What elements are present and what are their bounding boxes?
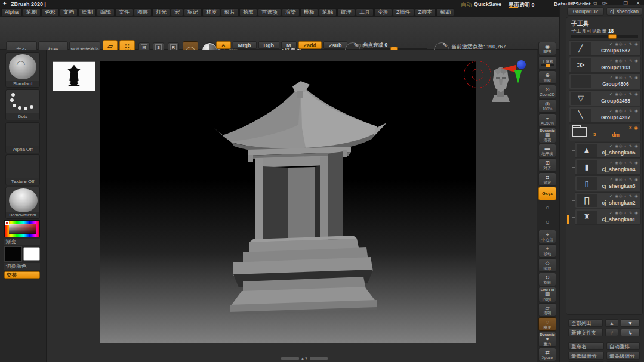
shelf-button[interactable]: ◎ 100% [538, 99, 556, 113]
menu-item[interactable]: 标记 [184, 8, 202, 16]
document-viewport[interactable] [100, 61, 476, 343]
list-all-button[interactable]: 全部列出 [568, 319, 603, 327]
shelf-button[interactable]: ⌖ 中心点 [538, 230, 556, 243]
tool-history-button[interactable]: Group9132 [567, 7, 604, 16]
subtool-scroll-indicator[interactable] [567, 215, 569, 224]
paint-mode-button[interactable]: Zsub [323, 41, 347, 49]
visible-count-slider[interactable]: 子工具可见数量 18 [571, 28, 614, 35]
gradient-toggle[interactable]: 渐变 [4, 239, 40, 245]
new-folder-button[interactable]: 新建文件夹 [568, 329, 603, 336]
paint-icon: ✎ [629, 92, 633, 96]
shelf-button[interactable]: Gxyz [538, 187, 556, 200]
menu-item[interactable]: Z脚本 [415, 8, 436, 16]
shelf-button[interactable]: + 移动 [538, 244, 556, 258]
menu-item[interactable]: 影片 [221, 8, 239, 16]
move-down-button[interactable]: ▼ [621, 319, 640, 327]
shelf-button[interactable]: Dynamic ● 重力 [538, 332, 556, 347]
quicksave-button[interactable]: QuickSave [474, 1, 501, 7]
menu-item[interactable]: 笔刷 [23, 8, 41, 16]
shelf-button[interactable]: ↻ 旋转 [538, 273, 556, 286]
menu-item[interactable]: 文档 [60, 8, 78, 16]
active-tool-thumbnail[interactable] [53, 61, 95, 91]
color-picker[interactable] [4, 220, 40, 237]
shelf-icon: ⊙ [539, 87, 556, 92]
subtool-item[interactable]: ✓ ◉◎ ◐ ✎ ◉ ✳ ◉ Group4806 [569, 73, 641, 89]
menu-item[interactable]: 绘制 [78, 8, 96, 16]
subtool-item[interactable]: ▲ ✓ ◉◎ ◐ ✎ ◉ ✳ ◉ cj_shengkan5 [575, 142, 641, 158]
shelf-button[interactable]: ⊞ 对齐 [538, 158, 556, 172]
current-alpha-selector[interactable]: Alpha Off [5, 122, 40, 153]
shelf-button[interactable]: ○ [538, 215, 556, 229]
menu-item[interactable]: 材质 [202, 8, 220, 16]
menu-item[interactable]: 变换 [374, 8, 392, 16]
subtool-thumbnail: ▯ [577, 177, 597, 190]
secondary-color-swatch[interactable] [23, 247, 40, 261]
current-stroke-selector[interactable]: Dots [5, 89, 40, 120]
menu-item[interactable]: 拾取 [239, 8, 257, 16]
menu-item[interactable]: 宏 [171, 8, 183, 16]
shelf-button[interactable]: ◒ AC50% [538, 113, 556, 127]
subtool-header[interactable]: 子工具 [571, 20, 589, 28]
shelf-button[interactable]: ◌ 幽灵 [538, 317, 556, 331]
right-shelf: ◉ BPR 子像素 ⊕ 抓取 ⊙ Zoom2D ◎ 1 [538, 42, 558, 362]
subtool-item[interactable]: ╲ ✓ ◉◎ ◐ ✎ ◉ ✳ ◉ Group14287 [569, 107, 641, 123]
menu-item[interactable]: 纹理 [337, 8, 355, 16]
shelf-button[interactable]: Line Fill ▦ PolyF [538, 287, 556, 302]
paint-mode-button[interactable]: Rgb [258, 41, 280, 49]
subtool-item[interactable]: ≫ ✓ ◉◎ ◐ ✎ ◉ ✳ ◉ Group21103 [569, 57, 641, 73]
menu-item[interactable]: 模板 [300, 8, 318, 16]
menu-item[interactable]: 帮助 [436, 8, 454, 16]
shelf-button[interactable]: ○ [538, 201, 556, 215]
shelf-button[interactable]: ⊙ Zoom2D [538, 85, 556, 98]
menu-item[interactable]: 工具 [356, 8, 374, 16]
shelf-button[interactable]: ▬ 地平线 [538, 144, 556, 157]
shelf-button[interactable]: ▱ 透明 [538, 303, 556, 317]
subtool-item[interactable]: 5 ✓ ◉◎ ◐ ✎ ◉ ✳ ◉ dm [569, 123, 641, 141]
menu-item[interactable]: 色彩 [41, 8, 59, 16]
saturation-value-square[interactable] [9, 224, 36, 234]
move-out-folder-button[interactable]: ↱ [605, 329, 618, 336]
subtool-item[interactable]: ∏ ✓ ◉◎ ◐ ✎ ◉ ✳ ◉ cj_shengkan2 [575, 192, 641, 208]
menu-item[interactable]: 图层 [134, 8, 152, 16]
menu-item[interactable]: 笔触 [319, 8, 337, 16]
shelf-button[interactable]: ⊕ 抓取 [538, 70, 556, 84]
shrine-3d-model[interactable] [100, 61, 476, 343]
eye-icon: ◉ [634, 92, 639, 96]
subtool-item[interactable]: ▯ ✓ ◉◎ ◐ ✎ ◉ ✳ ◉ cj_shengkan3 [575, 175, 641, 191]
main-color-swatch[interactable] [4, 246, 22, 262]
move-into-folder-button[interactable]: ↳ [621, 329, 640, 336]
shelf-button[interactable]: ⇄ Xpose [538, 348, 556, 361]
menu-item[interactable]: 渲染 [282, 8, 300, 16]
subtool-item[interactable]: ▽ ✓ ◉◎ ◐ ✎ ◉ ✳ ◉ Group32458 [569, 90, 641, 106]
rename-button[interactable]: 重命名 [568, 342, 604, 350]
subtool-item[interactable]: ▮ ✓ ◉◎ ◐ ✎ ◉ ✳ ◉ cj_shengkan4 [575, 159, 641, 175]
subtool-item[interactable]: ♜ ✓ ◉◎ ◐ ✎ ◉ ✳ ◉ cj_shengkan1 [575, 209, 641, 225]
menu-item[interactable]: 文件 [115, 8, 133, 16]
shelf-button[interactable]: Dynamic ▦ 透视 [538, 128, 556, 143]
bottom-tray-divider[interactable]: ▲▼ [272, 357, 337, 360]
current-texture-selector[interactable]: Texture Off [5, 154, 40, 185]
current-brush-selector[interactable]: Standard [5, 52, 40, 88]
menu-item[interactable]: Alpha [1, 8, 22, 16]
spix-slider[interactable] [541, 64, 554, 66]
tool-history-button[interactable]: cj_shengkan [606, 7, 642, 16]
menu-item[interactable]: Z插件 [393, 8, 414, 16]
subtool-item[interactable]: ╱ ✓ ◉◎ ◐ ✎ ◉ ✳ ◉ Group61537 [569, 40, 641, 56]
swap-color-button[interactable]: 交替 [4, 271, 40, 279]
highest-subdivision-button[interactable]: 最高级细分 [606, 352, 640, 360]
shelf-button[interactable]: ◇ 缩放 [538, 258, 556, 272]
z-axis-icon [517, 60, 526, 69]
menu-item[interactable]: 灯光 [152, 8, 170, 16]
menu-item[interactable]: 首选项 [258, 8, 281, 16]
menu-item[interactable]: 编辑 [97, 8, 115, 16]
switch-color-button[interactable]: 切换颜色 [4, 263, 40, 270]
move-up-button[interactable]: ▲ [605, 319, 618, 327]
canvas[interactable]: ▲▼ [47, 50, 537, 362]
current-material-selector[interactable]: BasicMaterial [5, 187, 40, 219]
visible-count-handle[interactable] [608, 34, 617, 39]
lowest-subdivision-button[interactable]: 最低级细分 [568, 352, 604, 360]
shelf-button[interactable]: ◘ 锁定 [538, 172, 556, 186]
auto-reorder-button[interactable]: 自动重排 [606, 342, 640, 350]
shelf-button[interactable]: 子像素 [538, 56, 556, 70]
shelf-button[interactable]: ◉ BPR [538, 42, 556, 55]
